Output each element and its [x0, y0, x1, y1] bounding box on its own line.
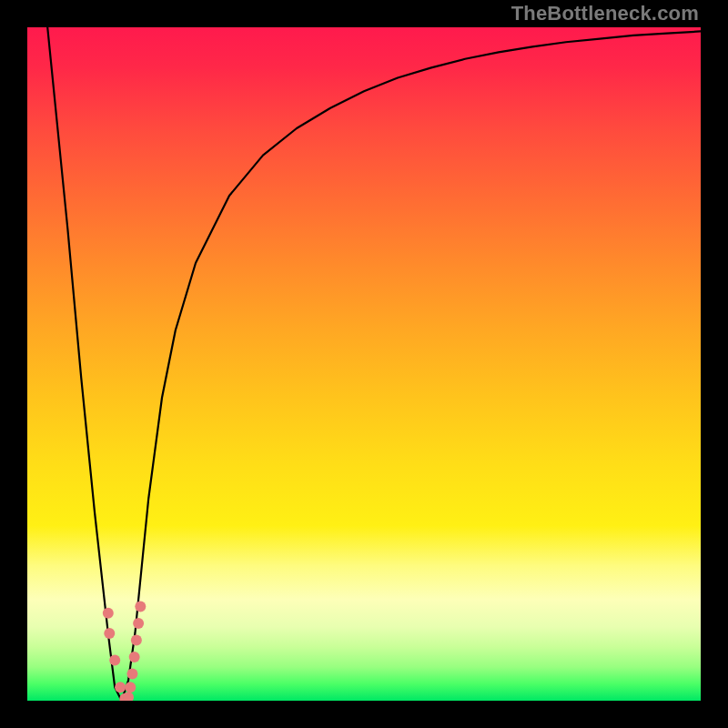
data-point — [103, 608, 114, 619]
data-point — [129, 652, 140, 662]
plot-area — [27, 27, 701, 701]
chart-svg — [27, 27, 701, 701]
data-point — [115, 682, 126, 693]
data-point — [104, 628, 115, 639]
watermark-text: TheBottleneck.com — [511, 2, 699, 25]
data-point — [135, 601, 146, 612]
data-point — [133, 618, 144, 629]
data-point — [126, 668, 137, 679]
data-point-markers — [103, 601, 147, 701]
data-point — [125, 682, 136, 693]
data-point — [131, 634, 142, 645]
chart-frame: TheBottleneck.com — [0, 0, 728, 728]
bottleneck-curve — [47, 27, 701, 701]
data-point — [109, 655, 120, 666]
